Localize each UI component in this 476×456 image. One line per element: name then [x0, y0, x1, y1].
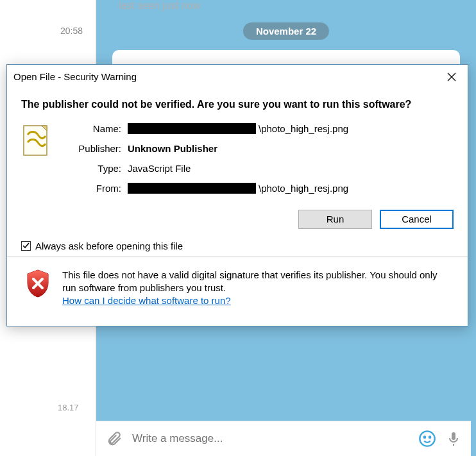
chat-time: 20:58	[60, 26, 83, 36]
name-value: \photo_high_resj.png	[128, 123, 348, 134]
help-link[interactable]: How can I decide what software to run?	[62, 295, 231, 306]
close-button[interactable]	[442, 69, 461, 85]
redacted-segment	[128, 123, 256, 134]
chat-message-time: 18.17	[58, 403, 79, 412]
redacted-segment	[128, 183, 256, 194]
svg-point-1	[424, 437, 425, 438]
from-label: From:	[64, 183, 121, 194]
type-value: JavaScript File	[128, 163, 348, 174]
file-icon	[21, 123, 52, 159]
security-warning-dialog: Open File - Security Warning The publish…	[6, 64, 468, 326]
run-button[interactable]: Run	[298, 210, 372, 229]
checkmark-icon	[22, 242, 30, 249]
dialog-title: Open File - Security Warning	[13, 71, 137, 82]
always-ask-checkbox[interactable]	[21, 241, 31, 251]
dialog-heading: The publisher could not be verified. Are…	[21, 98, 454, 112]
close-icon	[447, 72, 456, 81]
svg-point-0	[420, 431, 434, 446]
svg-point-2	[429, 437, 430, 438]
dialog-titlebar: Open File - Security Warning	[7, 65, 468, 89]
footer-text: This file does not have a valid digital …	[62, 269, 454, 308]
chat-status-text: last seen just now	[119, 0, 200, 12]
microphone-icon[interactable]	[446, 431, 461, 446]
publisher-label: Publisher:	[64, 143, 121, 154]
name-label: Name:	[64, 123, 121, 134]
from-value: \photo_high_resj.png	[128, 183, 348, 194]
type-label: Type:	[64, 163, 121, 174]
chat-input-bar	[96, 421, 471, 456]
shield-icon	[25, 269, 51, 298]
message-input[interactable]	[132, 432, 409, 445]
publisher-value: Unknown Publisher	[128, 143, 348, 154]
always-ask-label: Always ask before opening this file	[35, 241, 183, 251]
cancel-button[interactable]: Cancel	[380, 210, 454, 229]
smiley-icon[interactable]	[418, 430, 436, 448]
chat-date-pill: November 22	[243, 22, 329, 40]
attachment-icon[interactable]	[106, 430, 123, 447]
